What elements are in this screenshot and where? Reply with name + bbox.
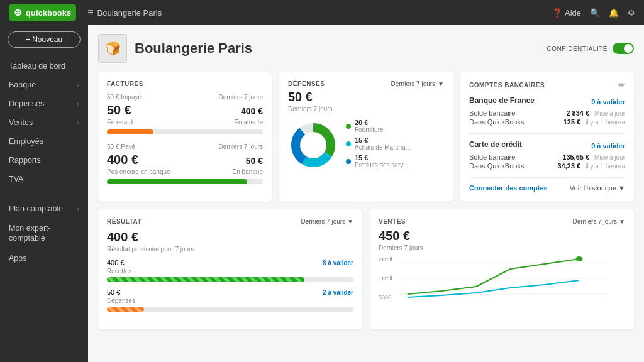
- logo-text: quickbooks: [26, 8, 71, 18]
- ventes-amount: 450 €: [379, 229, 625, 243]
- depenses-donut-chart: [288, 120, 338, 170]
- comptes-title: COMPTES BANCAIRES ✏: [469, 80, 625, 90]
- resultat-header: RÉSULTAT Derniers 7 jours ▼: [107, 218, 353, 225]
- legend-dot-3: [346, 159, 351, 164]
- impaye-label: 50 € Impayé Derniers 7 jours: [107, 94, 263, 101]
- resultat-amount: 400 €: [107, 230, 353, 244]
- legend-amount-3: 15 €: [355, 154, 410, 162]
- bell-button[interactable]: 🔔: [609, 8, 619, 18]
- resultat-period[interactable]: Derniers 7 jours ▼: [301, 218, 354, 225]
- recettes-fill: [107, 277, 304, 282]
- chart-label-3: 500€: [379, 294, 392, 300]
- paye-fill: [107, 179, 247, 184]
- sidebar-item-plan[interactable]: Plan comptable ›: [0, 199, 88, 218]
- paye-amount-right: 50 €: [246, 156, 263, 166]
- legend-label-1: Fourniture: [355, 126, 384, 133]
- chevron-right-icon: ›: [77, 119, 79, 126]
- chevron-down-icon: ▼: [618, 184, 625, 192]
- recettes-row: 400 € 8 à valider: [107, 259, 353, 266]
- recettes-amount: 400 €: [107, 259, 125, 266]
- bank-actions: Connecter des comptes Voir l'historique …: [469, 184, 625, 192]
- ventes-period[interactable]: Derniers 7 jours ▼: [573, 218, 626, 225]
- paye-amount-left: 400 €: [107, 153, 138, 167]
- chevron-down-icon: ▼: [438, 80, 444, 87]
- sidebar-item-tva[interactable]: TVA: [0, 170, 88, 189]
- comptes-card: COMPTES BANCAIRES ✏ Banque de France 9 à…: [460, 72, 634, 202]
- impaye-fill: [107, 129, 153, 134]
- chevron-down-icon: ▼: [347, 218, 353, 225]
- depenses-sub-period: Derniers 7 jours: [288, 106, 444, 112]
- settings-button[interactable]: ⚙: [628, 8, 635, 18]
- recettes-validate[interactable]: 8 à valider: [323, 260, 353, 266]
- bank1-qb-row: Dans QuickBooks 125 € il y a 1 heurea: [469, 118, 625, 126]
- legend-label-2: Achats de Marcha...: [355, 144, 411, 151]
- sidebar-item-depenses[interactable]: Dépenses ›: [0, 94, 88, 113]
- history-button[interactable]: Voir l'historique ▼: [570, 184, 625, 192]
- recettes-label: Recettes: [107, 268, 353, 275]
- hamburger-icon[interactable]: ≡: [87, 7, 93, 18]
- help-button[interactable]: ❓ Aide: [552, 8, 581, 18]
- resultat-title: RÉSULTAT: [107, 218, 142, 225]
- sidebar-item-banque[interactable]: Banque ›: [0, 75, 88, 94]
- chart-labels: 2€mil 1€mil 500€: [379, 256, 392, 300]
- depenses-header: DÉPENSES Derniers 7 jours ▼: [288, 80, 444, 87]
- confidentiality-toggle[interactable]: [613, 43, 634, 54]
- factures-card: FACTURES 50 € Impayé Derniers 7 jours 50…: [98, 72, 272, 202]
- sidebar-item-apps[interactable]: Apps: [0, 249, 88, 268]
- sidebar-item-ventes[interactable]: Ventes ›: [0, 113, 88, 132]
- legend-amount-1: 20 €: [355, 119, 384, 126]
- sidebar-item-expert[interactable]: Mon expert-comptable: [0, 218, 88, 249]
- bank1-validate[interactable]: 9 à valider: [591, 98, 625, 106]
- legend-amount-2: 15 €: [355, 136, 411, 144]
- legend-item-3: 15 € Produits des servi...: [346, 154, 444, 168]
- cards-bottom: RÉSULTAT Derniers 7 jours ▼ 400 € Résult…: [98, 209, 634, 329]
- page-header: 🍞 Boulangerie Paris CONFIDENTIALITÉ: [98, 34, 634, 63]
- bank2-validate[interactable]: 9 à valider: [591, 142, 625, 150]
- ventes-title: VENTES: [379, 218, 406, 225]
- factures-title: FACTURES: [107, 80, 263, 87]
- app-body: + Nouveau Tableau de bord Banque › Dépen…: [0, 25, 644, 362]
- search-button[interactable]: 🔍: [590, 8, 600, 18]
- depenses-title: DÉPENSES: [288, 80, 325, 87]
- edit-icon[interactable]: ✏: [618, 80, 626, 90]
- resultat-depenses-amount: 50 €: [107, 288, 120, 296]
- recettes-progress: [107, 277, 353, 282]
- bank1-name: Banque de France: [469, 96, 535, 105]
- ventes-line-chart-svg: [379, 256, 605, 300]
- depenses-fill: [107, 307, 144, 312]
- company-info: 🍞 Boulangerie Paris: [98, 34, 252, 63]
- nav-actions: ❓ Aide 🔍 🔔 ⚙: [552, 8, 635, 18]
- quickbooks-logo[interactable]: ⊕ quickbooks: [9, 4, 76, 21]
- resultat-depenses-row: 50 € 2 à valider: [107, 288, 353, 296]
- confidentiality-label: CONFIDENTIALITÉ: [547, 45, 608, 52]
- connect-button[interactable]: Connecter des comptes: [469, 184, 548, 192]
- svg-point-8: [576, 256, 583, 261]
- nav-company-name: Boulangerie Paris: [97, 8, 162, 18]
- bank2-solde-row: Solde bancaire 135,65 € Mise à jour: [469, 153, 625, 161]
- legend-label-3: Produits des servi...: [355, 162, 410, 168]
- ventes-header: VENTES Derniers 7 jours ▼: [379, 218, 625, 225]
- sidebar-item-rapports[interactable]: Rapports: [0, 151, 88, 170]
- depenses-period[interactable]: Derniers 7 jours ▼: [391, 80, 445, 87]
- impaye-amounts: 50 € 400 €: [107, 103, 263, 118]
- qb-icon: ⊕: [14, 7, 22, 18]
- impaye-labels: En retard En attente: [107, 119, 263, 126]
- impaye-amount-left: 50 €: [107, 103, 131, 118]
- depenses-validate[interactable]: 2 à valider: [323, 289, 353, 296]
- sidebar-item-tableau[interactable]: Tableau de bord: [0, 57, 88, 75]
- depenses-label: Dépenses: [107, 297, 353, 304]
- sidebar-divider: [0, 194, 88, 194]
- bank1-solde-row: Solde bancaire 2 834 € Mise à jour: [469, 109, 625, 117]
- depenses-card: DÉPENSES Derniers 7 jours ▼ 50 € Dernier…: [279, 72, 453, 202]
- chart-label-1: 2€mil: [379, 256, 392, 263]
- legend-item-2: 15 € Achats de Marcha...: [346, 136, 444, 151]
- confidentiality-row: CONFIDENTIALITÉ: [547, 43, 634, 54]
- svg-point-4: [301, 133, 326, 158]
- depenses-progress: [107, 307, 353, 312]
- paye-progress: [107, 179, 263, 184]
- impaye-progress: [107, 129, 263, 134]
- sidebar-item-employes[interactable]: Employés: [0, 132, 88, 151]
- new-button[interactable]: + Nouveau: [8, 31, 80, 48]
- page-title: Boulangerie Paris: [135, 40, 252, 57]
- ventes-sub-period: Derniers 7 jours: [379, 244, 625, 251]
